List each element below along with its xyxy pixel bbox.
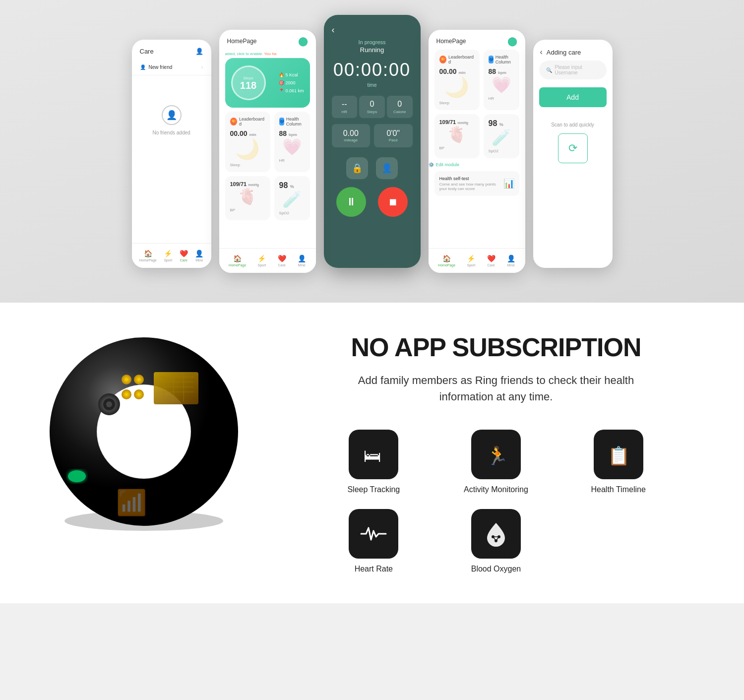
svg-point-13: [122, 389, 131, 399]
widgets-grid2: 🏆 Leaderboard d 00.00 min 🌙 Sleep 💙 Heal…: [434, 50, 519, 158]
lock-icon[interactable]: 🔒: [346, 157, 368, 179]
mileage-grid: 0.00 mileage 0'0" Pace: [332, 124, 413, 147]
sleep-figure: 🌙: [230, 137, 265, 161]
new-friend-label: New friend: [149, 64, 173, 70]
leaderboard-icon: 🏆: [230, 118, 237, 126]
feature-activity: 🏃 Activity Monitoring: [445, 430, 548, 494]
person-icon[interactable]: 👤: [376, 157, 398, 179]
phone-running: ‹ In progress Running 00:00:00 time -- H…: [324, 15, 421, 268]
top-section: Care 👤 👤 New friend › 👤 No friends added…: [0, 0, 744, 303]
notice-bar: abled, click to enable. You ha: [219, 50, 316, 58]
ring-visual: 📶: [40, 332, 248, 541]
care-bottom-nav: 🏠 HomePage ⚡ Sport ❤️ Care 👤 Mine: [132, 243, 211, 268]
health-column-widget: 💙 Health Column 88 bpm 💗 HR: [274, 112, 310, 172]
stop-button[interactable]: ⏹: [378, 187, 408, 217]
svg-point-18: [106, 401, 112, 407]
homepage2-title: HomePage: [436, 38, 466, 45]
sport-icon: ⚡: [164, 250, 172, 257]
friend-chevron: ›: [201, 64, 203, 70]
home-icon: 🏠: [144, 250, 152, 257]
stats-grid: -- HR 0 Steps 0 Calorie: [332, 96, 413, 118]
edit-module-row[interactable]: ⚙️ Edit module: [429, 162, 525, 167]
main-heading: NO APP SUBSCRIPTION: [351, 332, 641, 362]
friend-icon: 👤: [140, 64, 146, 70]
add-button[interactable]: Add: [539, 87, 607, 107]
hr-stat: -- HR: [332, 96, 358, 118]
svg-point-19: [68, 470, 86, 482]
empty-person-icon: 👤: [162, 105, 182, 125]
steps-card: Steps 118 🔥 5 Kcal 🎯 2000 📍 0.061 km: [225, 58, 310, 108]
nav-sport[interactable]: ⚡ Sport: [164, 250, 172, 262]
nav-hp-mine[interactable]: 👤 Mine: [298, 255, 306, 267]
running-status: In progress: [358, 39, 385, 45]
leaderboard-icon2: 🏆: [439, 56, 446, 64]
health-icon: 💙: [279, 118, 284, 126]
ring-svg: 📶: [40, 332, 248, 541]
mileage-box: 0.00 mileage: [332, 124, 371, 147]
nav-homepage[interactable]: 🏠 HomePage: [139, 250, 157, 262]
heart-rate-label: Heart Rate: [355, 565, 393, 573]
steps-circle: Steps 118: [231, 65, 266, 100]
svg-text:🏃: 🏃: [486, 445, 508, 466]
phone-adding-care: ‹ Adding care 🔍 Please input Username Ad…: [533, 40, 613, 268]
phone-homepage2: HomePage ⬤ 🏆 Leaderboard d 00.00 min 🌙 S…: [429, 30, 525, 273]
username-search-box[interactable]: 🔍 Please input Username: [539, 61, 607, 79]
time-label: time: [368, 82, 377, 88]
control-icons: 🔒 👤: [346, 157, 398, 179]
nav-h2-sport[interactable]: ⚡ Sport: [467, 255, 475, 267]
right-content: NO APP SUBSCRIPTION Add family members a…: [288, 332, 704, 573]
control-buttons: ⏸ ⏹: [336, 187, 408, 217]
care-icon-nav: ❤️: [180, 250, 188, 257]
location-icon: 📍: [279, 88, 284, 93]
svg-point-12: [122, 375, 131, 384]
svg-point-14: [134, 375, 144, 384]
back-chevron[interactable]: ‹: [540, 48, 543, 57]
hr-value: 88 bpm: [279, 129, 305, 137]
nav-hp-sport[interactable]: ⚡ Sport: [257, 255, 266, 267]
phone-homepage: HomePage ⬤ abled, click to enable. You h…: [219, 30, 316, 273]
nav-h2-home[interactable]: 🏠 HomePage: [438, 255, 455, 267]
nav-care[interactable]: ❤️ Care: [180, 250, 188, 262]
svg-point-15: [134, 389, 144, 399]
running-label: Running: [360, 46, 384, 54]
pace-box: 0'0" Pace: [374, 124, 413, 147]
leaderboard-widget2: 🏆 Leaderboard d 00.00 min 🌙 Sleep: [434, 50, 480, 110]
spo2-figure: 🧪: [279, 190, 305, 209]
nav-h2-care[interactable]: ❤️ Care: [487, 255, 496, 267]
care-title: Care: [140, 48, 154, 55]
health-timeline-icon-box: 📋: [594, 430, 643, 479]
heart-rate-icon: [359, 519, 388, 549]
bp-figure: 🫀: [230, 187, 265, 206]
bp-widget2: 109/71 mmHg 🫀 BP: [434, 114, 480, 158]
hr-figure: 💗: [279, 137, 305, 156]
nav-h2-mine[interactable]: 👤 Mine: [507, 255, 515, 267]
nav-hp-home[interactable]: 🏠 HomePage: [229, 255, 246, 267]
phone-care: Care 👤 👤 New friend › 👤 No friends added…: [132, 40, 211, 268]
edit-module-icon: ⚙️: [429, 162, 434, 167]
pause-button[interactable]: ⏸: [336, 187, 366, 217]
activity-label: Activity Monitoring: [464, 485, 528, 494]
health-test-icon: 📊: [503, 178, 514, 189]
sleep-tracking-label: Sleep Tracking: [347, 485, 400, 494]
homepage-bottom-nav: 🏠 HomePage ⚡ Sport ❤️ Care 👤 Mine: [219, 248, 316, 273]
sleep-icon: 🛏: [359, 440, 388, 469]
flame-icon: 🔥: [279, 72, 284, 77]
feature-blood-oxygen: Blood Oxygen: [445, 509, 548, 573]
no-friends-label: No friends added: [152, 130, 190, 135]
back-arrow-icon[interactable]: ‹: [332, 25, 335, 35]
sleep-tracking-icon-box: 🛏: [349, 430, 398, 479]
mine-icon: 👤: [195, 250, 203, 257]
bp-value: 109/71 mmHg: [230, 181, 265, 187]
feature-sleep: 🛏 Sleep Tracking: [322, 430, 425, 494]
spo2-widget: 98 % 🧪 SpO2: [274, 176, 310, 220]
health-timeline-icon: 📋: [604, 440, 633, 469]
bottom-section: 📶: [0, 303, 744, 603]
health-icon2: 💙: [489, 56, 494, 64]
svg-text:🛏: 🛏: [364, 445, 381, 466]
blood-oxygen-icon-box: [471, 509, 521, 559]
nav-mine[interactable]: 👤 Mine: [195, 250, 203, 262]
nav-hp-care[interactable]: ❤️ Care: [278, 255, 286, 267]
health-self-test[interactable]: Health self-test Come and see how many p…: [434, 171, 519, 196]
svg-text:📶: 📶: [116, 488, 147, 517]
scan-qr-button[interactable]: ⟳: [558, 133, 588, 163]
